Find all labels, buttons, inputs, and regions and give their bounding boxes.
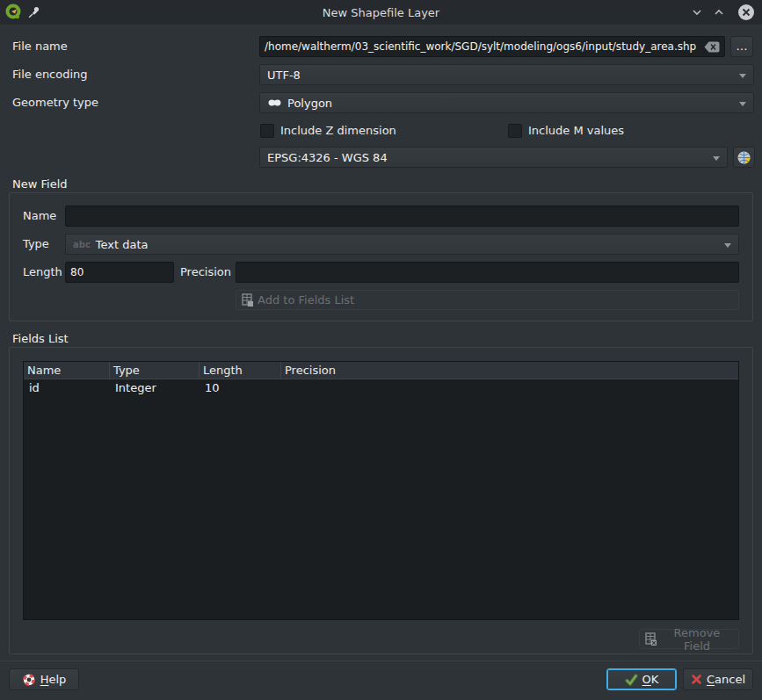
file-name-input[interactable]: /home/waltherm/03_scientific_work/SGD/sy… [259, 36, 725, 57]
include-m-label: Include M values [528, 124, 624, 138]
browse-button[interactable]: … [730, 36, 753, 57]
include-z-checkbox[interactable] [260, 124, 274, 138]
ok-label: OK [642, 673, 659, 686]
remove-field-button[interactable]: Remove Field [639, 629, 739, 649]
field-type-select[interactable]: abc Text data [65, 234, 739, 255]
new-shapefile-layer-dialog: New Shapefile Layer File name /home/walt… [0, 0, 762, 700]
field-type-value: Text data [96, 238, 149, 251]
field-name-input[interactable] [65, 206, 739, 227]
cell-name: id [24, 379, 110, 397]
file-encoding-select[interactable]: UTF-8 [259, 64, 754, 85]
fields-table: Name Type Length Precision id Integer 10 [23, 361, 739, 620]
table-delete-icon [645, 632, 657, 646]
cancel-x-icon [691, 674, 702, 685]
abc-text-icon: abc [73, 240, 91, 249]
column-header-precision: Precision [281, 362, 738, 379]
geometry-type-select[interactable]: Polygon [259, 92, 754, 113]
chevron-down-icon [713, 156, 720, 161]
add-to-fields-list-label: Add to Fields List [258, 293, 354, 307]
cell-type: Integer [110, 379, 200, 397]
chevron-down-icon [739, 102, 746, 106]
file-name-value: /home/waltherm/03_scientific_work/SGD/sy… [265, 40, 700, 53]
titlebar: New Shapefile Layer [0, 0, 762, 25]
file-name-label: File name [12, 36, 68, 57]
lifebuoy-icon [22, 673, 36, 687]
column-header-name: Name [24, 362, 110, 379]
chevron-down-icon [724, 243, 731, 248]
chevron-down-icon [739, 74, 746, 78]
cancel-button[interactable]: Cancel [683, 668, 753, 690]
fields-list-group-title: Fields List [12, 332, 69, 346]
column-header-type: Type [110, 362, 200, 379]
table-row[interactable]: id Integer 10 [24, 379, 738, 397]
fields-table-header: Name Type Length Precision [24, 362, 738, 379]
ok-button[interactable]: OK [606, 668, 677, 690]
browse-label: … [737, 42, 748, 51]
globe-crs-icon [737, 150, 751, 165]
cancel-label: Cancel [707, 673, 745, 686]
cell-length: 10 [200, 379, 281, 397]
qgis-logo-icon [4, 4, 22, 21]
field-length-label: Length [23, 262, 62, 283]
field-precision-label: Precision [180, 262, 231, 283]
add-to-fields-list-button[interactable]: Add to Fields List [236, 290, 739, 310]
help-button[interactable]: Help [9, 668, 79, 690]
roll-down-icon[interactable] [688, 4, 706, 21]
new-field-group-title: New Field [12, 177, 68, 191]
geometry-type-value: Polygon [287, 97, 332, 110]
geometry-type-label: Geometry type [12, 92, 98, 113]
column-header-length: Length [200, 362, 281, 379]
help-label: Help [40, 673, 67, 686]
roll-up-icon[interactable] [710, 4, 728, 21]
field-type-label: Type [23, 234, 49, 255]
crs-value: EPSG:4326 - WGS 84 [267, 151, 388, 164]
clear-icon[interactable] [704, 41, 720, 53]
file-encoding-label: File encoding [12, 64, 88, 85]
crs-select[interactable]: EPSG:4326 - WGS 84 [259, 147, 728, 168]
cell-precision [281, 379, 738, 397]
crs-picker-button[interactable] [733, 147, 755, 168]
include-m-checkbox[interactable] [508, 124, 522, 138]
include-z-label: Include Z dimension [280, 124, 396, 138]
remove-field-label: Remove Field [661, 626, 733, 653]
field-length-value: 80 [70, 266, 83, 278]
polygon-icon [267, 97, 282, 109]
close-icon[interactable] [737, 4, 755, 21]
field-length-input[interactable]: 80 [65, 262, 174, 283]
field-precision-input[interactable] [236, 262, 739, 283]
pin-icon[interactable] [27, 5, 41, 19]
footer-divider [0, 660, 762, 661]
dialog-title: New Shapefile Layer [0, 6, 762, 19]
file-encoding-value: UTF-8 [267, 69, 301, 82]
table-add-icon [242, 293, 253, 307]
field-name-label: Name [23, 206, 56, 227]
ok-check-icon [625, 674, 638, 686]
